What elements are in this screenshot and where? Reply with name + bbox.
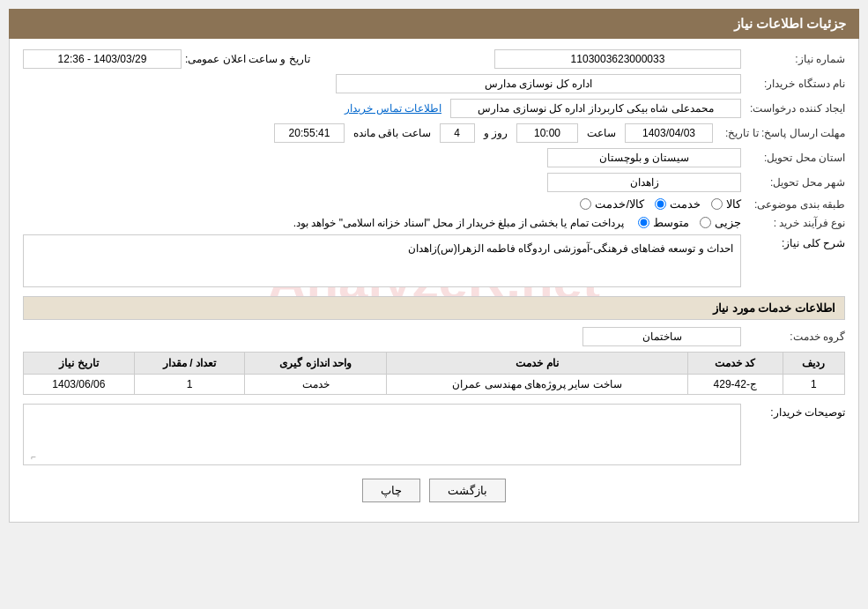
- sharhKoli-value: احداث و توسعه فضاهای فرهنگی-آموزشی اردوگ…: [23, 234, 741, 287]
- shomareNiaz-label: شماره نیاز:: [748, 53, 845, 65]
- tabaqe-khadamat-radio[interactable]: [655, 198, 666, 210]
- table-row: 1ج-42-429ساخت سایر پروژه‌های مهندسی عمرا…: [24, 375, 845, 395]
- tabaqe-kala-khadamat-radio[interactable]: [580, 198, 591, 210]
- date-value: 1403/04/03: [625, 123, 713, 143]
- table-cell-4: 1: [134, 375, 245, 395]
- namDastgah-label: نام دستگاه خریدار:: [748, 78, 845, 90]
- table-cell-3: خدمت: [245, 375, 387, 395]
- namDastgah-value: اداره کل نوسازی مدارس: [336, 74, 741, 93]
- col-nam: نام خدمت: [387, 353, 687, 375]
- services-section-title: اطلاعات خدمات مورد نیاز: [23, 296, 845, 320]
- page-title: جزئیات اطلاعات نیاز: [9, 9, 859, 39]
- saat-value: 10:00: [516, 123, 578, 143]
- header-title: جزئیات اطلاعات نیاز: [734, 16, 846, 31]
- services-table: ردیف کد خدمت نام خدمت واحد اندازه گیری ت…: [23, 352, 845, 395]
- col-tedad: تعداد / مقدار: [134, 353, 245, 375]
- row-mohlat: مهلت ارسال پاسخ: تا تاریخ: 1403/04/03 سا…: [23, 123, 845, 143]
- noeFarayand-label: نوع فرآیند خرید :: [748, 217, 845, 229]
- row-grohe-khadamat: گروه خدمت: ساختمان: [23, 327, 845, 346]
- row-shahr: شهر محل تحویل: زاهدان: [23, 173, 845, 192]
- noeFarayand-motevaset[interactable]: متوسط: [638, 216, 689, 229]
- tabaqe-kala[interactable]: کالا: [711, 197, 741, 211]
- shahr-label: شهر محل تحویل:: [748, 176, 845, 189]
- tabaqe-kala-label: کالا: [726, 197, 741, 211]
- ejadKonande-value: محمدعلی شاه بیکی کاربرداز اداره کل نوساز…: [450, 99, 741, 118]
- buttons-row: بازگشت چاپ: [23, 479, 845, 502]
- table-cell-5: 1403/06/06: [24, 375, 135, 395]
- row-sharhKoli: شرح کلی نیاز: احداث و توسعه فضاهای فرهنگ…: [23, 234, 845, 287]
- rooz-value: 4: [440, 123, 475, 143]
- noeFarayand-desc: پرداخت تمام یا بخشی از مبلغ خریدار از مح…: [293, 217, 624, 229]
- table-cell-0: 1: [783, 375, 844, 395]
- baghimande-label: ساعت باقی مانده: [353, 127, 431, 139]
- col-vahed: واحد اندازه گیری: [245, 353, 387, 375]
- row-noeFarayand: نوع فرآیند خرید : جزیی متوسط پرداخت تمام…: [23, 216, 845, 229]
- ostan-value: سیستان و بلوچستان: [547, 148, 741, 167]
- row-tabaqe: طبقه بندی موضوعی: کالا خدمت کالا/خدمت: [23, 197, 845, 211]
- shahr-value: زاهدان: [547, 173, 741, 192]
- tabaqe-kala-khadamat-label: کالا/خدمت: [595, 197, 644, 211]
- noeFarayand-motevaset-radio[interactable]: [638, 217, 649, 228]
- noeFarayand-jozi-label: جزیی: [715, 216, 741, 229]
- noeFarayand-jozi-radio[interactable]: [700, 217, 711, 228]
- col-tarikh: تاریخ نیاز: [24, 353, 135, 375]
- tabaqe-khadamat-label: خدمت: [670, 197, 701, 211]
- back-button[interactable]: بازگشت: [429, 479, 506, 502]
- table-cell-1: ج-42-429: [687, 375, 783, 395]
- resize-handle: ⌐: [26, 452, 36, 463]
- print-button[interactable]: چاپ: [362, 479, 420, 502]
- col-kod: کد خدمت: [687, 353, 783, 375]
- contact-link[interactable]: اطلاعات تماس خریدار: [345, 102, 441, 115]
- grohe-khadamat-label: گروه خدمت:: [748, 330, 845, 343]
- page-container: جزئیات اطلاعات نیاز AnalyzeR.net شماره ن…: [9, 9, 859, 523]
- noeFarayand-motevaset-label: متوسط: [653, 216, 689, 229]
- shomareNiaz-value: 1103003623000033: [494, 49, 741, 69]
- tabaqe-radio-group: کالا خدمت کالا/خدمت: [580, 197, 741, 211]
- sharhKoli-content: احداث و توسعه فضاهای فرهنگی-آموزشی اردوگ…: [23, 234, 741, 287]
- noeFarayand-jozi[interactable]: جزیی: [700, 216, 741, 229]
- tabaqe-kala-radio[interactable]: [711, 198, 723, 210]
- tosifat-box[interactable]: ⌐: [23, 404, 741, 465]
- sharhKoli-label: شرح کلی نیاز:: [748, 234, 845, 249]
- table-cell-2: ساخت سایر پروژه‌های مهندسی عمران: [387, 375, 687, 395]
- baghimande-value: 20:55:41: [274, 123, 345, 143]
- ostan-label: استان محل تحویل:: [748, 152, 845, 164]
- ejadKonande-label: ایجاد کننده درخواست:: [748, 102, 845, 115]
- noeFarayand-radio-group: جزیی متوسط پرداخت تمام یا بخشی از مبلغ خ…: [290, 216, 741, 229]
- mohlat-label: مهلت ارسال پاسخ: تا تاریخ:: [725, 127, 845, 139]
- tosifat-label: توصیحات خریدار:: [748, 404, 845, 419]
- row-ostan: استان محل تحویل: سیستان و بلوچستان: [23, 148, 845, 167]
- tabaqe-khadamat[interactable]: خدمت: [655, 197, 701, 211]
- tarikhe-aghlan-label: تاریخ و ساعت اعلان عمومی:: [185, 53, 310, 65]
- tabaqe-kala-khadamat[interactable]: کالا/خدمت: [580, 197, 644, 211]
- row-shomareNiaz: شماره نیاز: 1103003623000033 تاریخ و ساع…: [23, 49, 845, 69]
- tosifat-content: ⌐: [23, 404, 741, 465]
- row-ejadKonande: ایجاد کننده درخواست: محمدعلی شاه بیکی کا…: [23, 99, 845, 118]
- content-area: AnalyzeR.net شماره نیاز: 110300362300003…: [9, 39, 859, 523]
- form-section: شماره نیاز: 1103003623000033 تاریخ و ساع…: [23, 49, 845, 502]
- saat-label: ساعت: [587, 127, 616, 139]
- grohe-khadamat-value: ساختمان: [582, 327, 741, 346]
- row-tosifat: توصیحات خریدار: ⌐: [23, 404, 845, 465]
- col-radif: ردیف: [783, 353, 844, 375]
- tarikhe-aghlan-value: 1403/03/29 - 12:36: [23, 49, 182, 69]
- tabaqe-label: طبقه بندی موضوعی:: [748, 198, 845, 211]
- row-namDastgah: نام دستگاه خریدار: اداره کل نوسازی مدارس: [23, 74, 845, 93]
- rooz-label: روز و: [484, 127, 508, 139]
